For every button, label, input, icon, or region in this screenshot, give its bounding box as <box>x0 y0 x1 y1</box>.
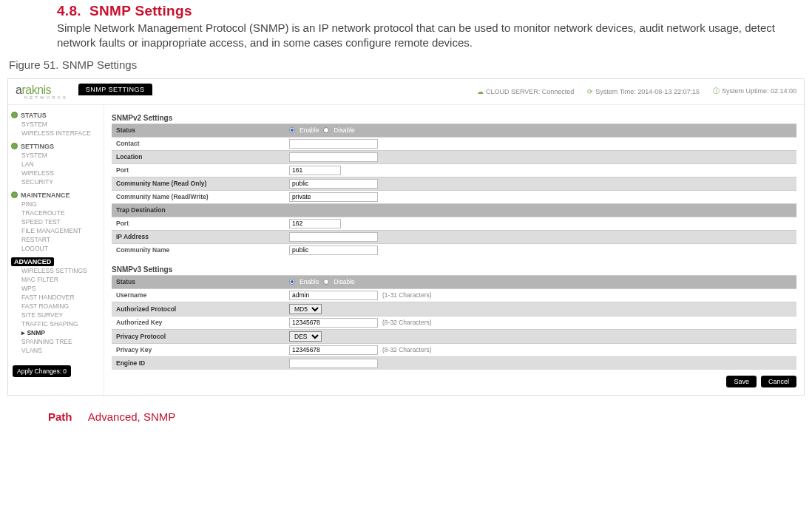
v2-trap-port-input[interactable] <box>289 219 341 228</box>
v2-location-label: Location <box>112 152 289 162</box>
sidebar-item[interactable]: SPANNING TREE <box>11 337 104 346</box>
sidebar-item[interactable]: SITE SURVEY <box>11 311 104 319</box>
sidebar-item[interactable]: SECURITY <box>11 177 104 186</box>
sidebar-item[interactable]: TRACEROUTE <box>11 209 104 217</box>
cloud-server-status: CLOUD SERVER: Connected <box>477 88 574 95</box>
logo-block: aaraknisraknis NETWORKS <box>16 84 68 100</box>
sidebar-item[interactable]: SYSTEM <box>11 120 104 129</box>
sidebar-item[interactable]: FAST HANDOVER <box>11 293 104 302</box>
path-row: Path Advanced, SNMP <box>48 410 812 423</box>
sidebar-head-settings[interactable]: SETTINGS <box>11 142 104 151</box>
apply-changes-button[interactable]: Apply Changes: 0 <box>13 365 71 377</box>
sidebar-item[interactable]: FILE MANAGEMENT <box>11 226 104 235</box>
v2-ro-input[interactable] <box>289 179 378 189</box>
sidebar-head-status[interactable]: STATUS <box>11 111 104 120</box>
sidebar-item[interactable]: SYSTEM <box>11 151 104 160</box>
v2-ip-input[interactable] <box>289 232 378 242</box>
v3-user-label: Username <box>112 290 289 300</box>
v2-location-input[interactable] <box>289 152 378 162</box>
snmpv3-title: SNMPv3 Settings <box>112 265 796 274</box>
cancel-button[interactable]: Cancel <box>761 376 796 387</box>
v2-enable-radio[interactable] <box>289 127 295 133</box>
v3-status-label: Status <box>112 277 289 287</box>
sidebar-head-maintenance[interactable]: MAINTENANCE <box>11 191 104 200</box>
v3-enable-radio[interactable] <box>289 279 295 285</box>
v3-authp-select[interactable]: MD5 <box>289 304 322 314</box>
v3-privk-label: Privacy Key <box>112 345 289 355</box>
v3-user-hint: (1-31 Characters) <box>382 291 432 299</box>
topbar: aaraknisraknis NETWORKS SNMP SETTINGS CL… <box>8 79 804 105</box>
dot-icon <box>11 143 18 149</box>
section-number: 4.8. <box>57 3 81 18</box>
snmpv2-title: SNMPv2 Settings <box>112 114 796 122</box>
v2-disable-radio[interactable] <box>323 127 329 133</box>
v2-ro-label: Community Name (Read Only) <box>112 178 289 189</box>
v3-disable-radio[interactable] <box>323 279 329 285</box>
v2-comm-label: Community Name <box>112 245 289 255</box>
sidebar-head-advanced[interactable]: ADVANCED <box>11 257 54 266</box>
v2-contact-input[interactable] <box>289 139 378 149</box>
path-value: Advanced, SNMP <box>88 410 175 423</box>
v2-port-input[interactable] <box>289 166 341 175</box>
section-body: Simple Network Management Protocol (SNMP… <box>57 21 803 51</box>
sidebar-item-snmp[interactable]: SNMP <box>11 328 104 337</box>
v3-authp-label: Authorized Protocol <box>112 304 289 314</box>
section-heading: 4.8. SNMP Settings <box>57 3 803 19</box>
sidebar-item[interactable]: SPEED TEST <box>11 217 104 226</box>
v2-rw-input[interactable] <box>289 192 378 202</box>
screenshot-frame: aaraknisraknis NETWORKS SNMP SETTINGS CL… <box>7 78 805 396</box>
v3-engine-label: Engine ID <box>112 358 289 368</box>
save-button[interactable]: Save <box>726 376 757 387</box>
v2-contact-label: Contact <box>112 138 289 149</box>
v3-authk-label: Authorized Key <box>112 317 289 328</box>
panel-tab: SNMP SETTINGS <box>78 84 152 95</box>
v3-user-input[interactable] <box>289 291 378 300</box>
panel-tab-wrap: SNMP SETTINGS <box>68 84 477 100</box>
section-title: SNMP Settings <box>89 3 192 18</box>
v3-privk-input[interactable] <box>289 345 378 355</box>
v3-privp-select[interactable]: DES <box>289 331 322 342</box>
sidebar-item[interactable]: WIRELESS SETTINGS <box>11 266 104 275</box>
v3-authk-input[interactable] <box>289 318 378 328</box>
v2-trap-port-label: Port <box>112 218 289 228</box>
v3-privk-hint: (8-32 Characters) <box>382 346 432 353</box>
sidebar-item[interactable]: FAST ROAMING <box>11 302 104 311</box>
top-right-status: CLOUD SERVER: Connected System Time: 201… <box>477 87 796 96</box>
dot-icon <box>11 112 18 118</box>
figure-caption: Figure 51. SNMP Settings <box>9 58 803 71</box>
v2-trap-label: Trap Destination <box>112 205 289 215</box>
v3-privp-label: Privacy Protocol <box>112 331 289 342</box>
sidebar-item[interactable]: WIRELESS INTERFACE <box>11 129 104 138</box>
v2-status-label: Status <box>112 125 289 135</box>
sidebar-item[interactable]: LAN <box>11 160 104 169</box>
main-panel: SNMPv2 Settings Status Enable Disable Co… <box>104 105 804 395</box>
v3-engine-input[interactable] <box>289 359 378 368</box>
sidebar: STATUS SYSTEM WIRELESS INTERFACE SETTING… <box>8 105 104 395</box>
sidebar-item[interactable]: TRAFFIC SHAPING <box>11 319 104 328</box>
system-uptime: System Uptime: 02:14:00 <box>713 87 796 96</box>
sidebar-item[interactable]: PING <box>11 200 104 209</box>
system-time: System Time: 2014-08-13 22:07:15 <box>587 88 700 95</box>
sidebar-item[interactable]: VLANS <box>11 346 104 355</box>
sidebar-item[interactable]: MAC FILTER <box>11 275 104 284</box>
v2-comm-input[interactable] <box>289 245 378 255</box>
sidebar-item[interactable]: WIRELESS <box>11 169 104 177</box>
v3-authk-hint: (8-32 Characters) <box>382 319 432 326</box>
sidebar-item[interactable]: WPS <box>11 284 104 293</box>
v2-ip-label: IP Address <box>112 231 289 242</box>
dot-icon <box>11 192 18 198</box>
v2-rw-label: Community Name (Read/Write) <box>112 192 289 202</box>
v2-port-label: Port <box>112 165 289 175</box>
path-label: Path <box>48 410 72 423</box>
sidebar-item[interactable]: LOGOUT <box>11 244 104 253</box>
sidebar-item[interactable]: RESTART <box>11 235 104 244</box>
